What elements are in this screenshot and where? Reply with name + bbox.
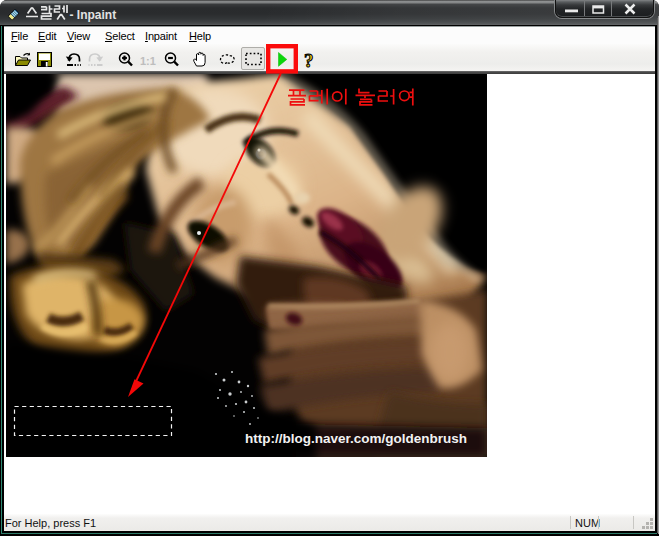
svg-text:- Inpaint: - Inpaint (70, 8, 117, 22)
svg-text:http://blog.naver.com/goldenbr: http://blog.naver.com/goldenbrush (245, 431, 467, 446)
svg-text:?: ? (304, 50, 314, 71)
svg-text:1:1: 1:1 (140, 55, 156, 67)
